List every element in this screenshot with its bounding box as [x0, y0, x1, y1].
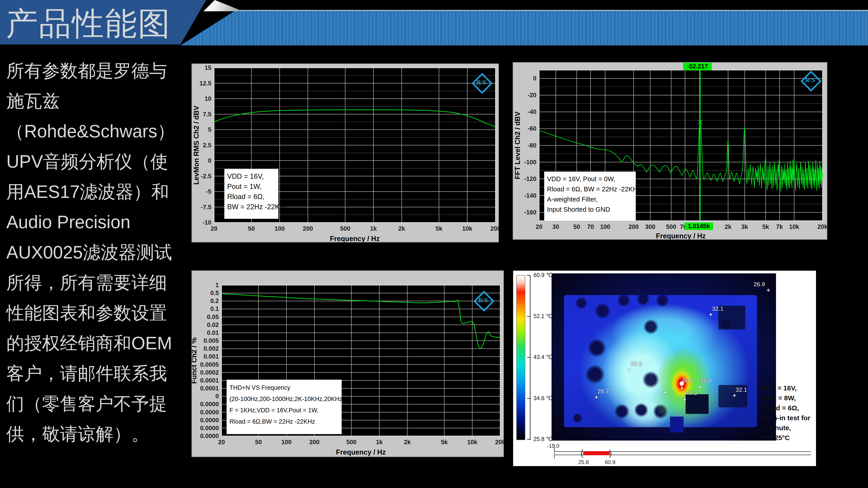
condition-line: BW = 22Hz -22KHz: [227, 202, 276, 212]
y-tick-label: 10: [205, 95, 211, 102]
x-axis-title: Frequency / Hz: [656, 232, 706, 239]
slider-right-bracket: ): [609, 448, 612, 458]
y-axis-title: LevMon RMS Ch2 / dBV: [192, 105, 200, 185]
condition-line: Pout = 1W,: [227, 182, 276, 192]
y-tick-label: 0.02: [207, 322, 219, 328]
colorbar-temp-label: 43.4 ℃: [533, 354, 553, 360]
x-tick-label: 300: [645, 223, 655, 230]
thermal-condition-line: Ta= 25°C: [761, 433, 815, 443]
y-tick-label: 0.1: [210, 305, 219, 312]
slide: 产品性能图 所有参数都是罗德与施瓦兹（Rohde&Schwars）UPV音频分析…: [0, 0, 868, 488]
condition-line: THD+N VS Frequency: [229, 382, 339, 393]
x-tick-label: 200: [303, 225, 313, 232]
y-tick-label: 0.05: [207, 314, 219, 320]
thermal-spot-cross: +: [767, 287, 770, 294]
y-tick-label: -120: [524, 175, 536, 182]
y-tick-label: 0.001: [204, 353, 219, 360]
thermal-spot-label: 60.9: [682, 377, 694, 384]
condition-line: VDD = 16V, Pout = 0W,: [547, 174, 633, 184]
colorbar-tick: [527, 357, 530, 358]
y-tick-label: 0.0000: [200, 417, 219, 424]
x-tick-label: 5k: [762, 223, 769, 230]
x-tick-label: 500: [340, 225, 350, 232]
y-tick-label: 0.002: [204, 345, 219, 352]
x-axis-title: Frequency / Hz: [330, 235, 380, 242]
colorbar-tick: [527, 439, 530, 440]
thermal-colorbar: [516, 275, 525, 440]
condition-line: Rload = 6Ω,BW = 22Hz -22KHz: [229, 416, 339, 427]
thermal-condition-line: VDD = 16V,: [761, 383, 815, 393]
x-tick-label: 50: [255, 439, 262, 446]
rohde-schwarz-logo-icon: R/S: [473, 291, 493, 310]
colorbar-tick: [527, 275, 530, 275]
thd-chart-panel: 10.50.20.10.050.020.010.0050.0020.0010.0…: [192, 271, 503, 457]
colorbar-temp-label: 60.9 ℃: [533, 272, 553, 278]
x-tick-label: 20k: [817, 223, 827, 230]
y-tick-label: 0: [533, 75, 536, 82]
x-tick-label: 50: [573, 223, 580, 230]
y-axis-title: FFT Level Ch2 / dBV: [514, 111, 522, 179]
y-tick-label: -160: [524, 209, 536, 216]
y-tick-label: 15: [205, 64, 211, 71]
x-tick-label: 10k: [467, 439, 477, 446]
y-axis-title: Funct Ch2 / %: [192, 337, 198, 384]
y-tick-label: -20: [528, 92, 536, 98]
x-tick-label: 20: [536, 223, 542, 230]
colorbar-temp-label: 25.8 ℃: [533, 436, 553, 442]
x-tick-label: 20: [218, 439, 225, 446]
slider-axis-min: -15.0: [547, 443, 559, 449]
marker-value-label: -52.217: [687, 63, 708, 70]
x-tick-label: 200: [309, 439, 319, 446]
x-tick-label: 50: [248, 225, 255, 232]
y-tick-label: 0.0002: [200, 369, 219, 376]
y-tick-label: 0.0001: [200, 385, 219, 392]
y-tick-label: 0: [208, 157, 211, 164]
fft-spectrum-chart-panel: 0-20-40-60-80-100-120-140-16020305070100…: [513, 63, 827, 239]
thermal-image: 26.9+32.1+38.0+28.7+60.9+40.6+49.3+32.1+…: [552, 273, 776, 441]
thermal-condition-line: 3 minute,: [761, 423, 815, 433]
y-tick-label: 0.0000: [200, 409, 219, 416]
y-tick-label: -100: [524, 159, 536, 166]
x-tick-label: 7k: [776, 223, 783, 230]
thermal-spot-label: 26.9: [754, 281, 765, 288]
x-tick-label: 30: [553, 223, 559, 230]
x-tick-label: 20: [211, 225, 217, 232]
thermal-spot-cross: +: [595, 394, 598, 401]
thermal-spot-label: 32.1: [736, 386, 747, 393]
temperature-range-slider-selection[interactable]: [583, 451, 610, 455]
x-tick-label: 2k: [398, 225, 405, 232]
y-tick-label: 0.2: [210, 297, 219, 304]
y-tick-label: 0.0000: [200, 425, 219, 431]
thermal-spot-label: 28.7: [598, 388, 609, 395]
y-tick-label: 12.5: [199, 80, 211, 87]
frequency-response-chart-panel: 1512.5107.552.50-2.5-5-7.5-1020501002005…: [192, 64, 498, 242]
x-tick-label: 5k: [436, 225, 442, 232]
y-tick-label: -5: [206, 188, 211, 195]
slider-high-label: 60.9: [605, 459, 616, 465]
condition-line: Rload = 6Ω, BW = 22Hz -22KHz,: [547, 184, 633, 194]
y-tick-label: 7.5: [203, 111, 211, 118]
y-tick-label: 0.0000: [200, 433, 219, 440]
y-tick-label: 0.5: [210, 290, 219, 296]
y-tick-label: -2.5: [201, 173, 211, 180]
y-tick-label: -7.5: [201, 204, 211, 210]
y-tick-label: 0.0000: [200, 401, 219, 408]
thermal-spot-cross: +: [698, 384, 701, 391]
thermal-spot-label: 32.1: [712, 305, 723, 312]
x-tick-label: 3k: [741, 223, 748, 230]
thermal-spot-cross: +: [709, 311, 712, 318]
thermal-spot-cross: +: [680, 385, 684, 392]
colorbar-tick: [527, 316, 530, 317]
intro-paragraph: 所有参数都是罗德与施瓦兹（Rohde&Schwars）UPV音频分析仪（使用AE…: [6, 56, 183, 449]
colorbar-temp-label: 34.6 ℃: [533, 395, 553, 401]
x-tick-label: 1k: [370, 225, 377, 232]
y-tick-label: 0.0001: [200, 377, 219, 384]
x-tick-label: 100: [600, 223, 610, 230]
colorbar-temp-label: 52.1 ℃: [533, 313, 553, 320]
condition-line: A-weighted Filter,: [547, 194, 633, 204]
x-tick-label: 10k: [462, 225, 473, 232]
y-tick-label: 0: [215, 393, 219, 400]
x-tick-label: 2k: [404, 439, 411, 446]
x-tick-label: 500: [346, 439, 356, 446]
x-tick-label: 500: [666, 223, 676, 230]
